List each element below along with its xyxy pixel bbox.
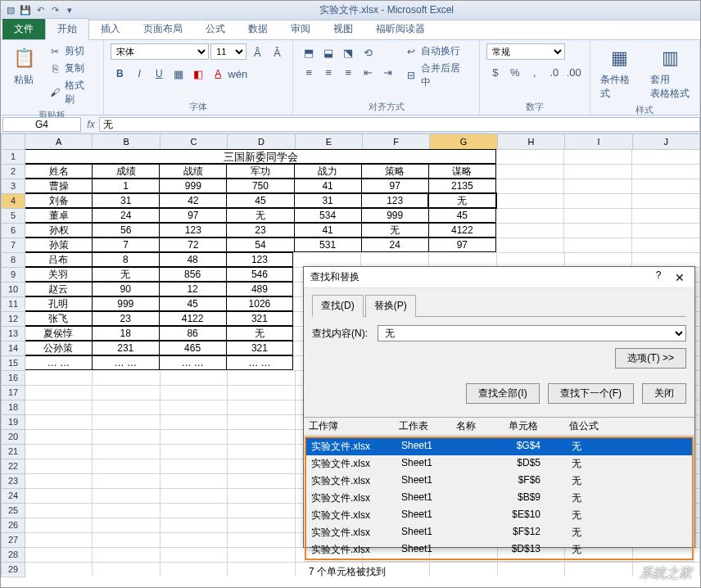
close-button[interactable]: 关闭 xyxy=(642,383,686,404)
find-next-button[interactable]: 查找下一个(F) xyxy=(548,383,634,404)
align-center-icon[interactable]: ≡ xyxy=(319,63,337,81)
cell[interactable]: 90 xyxy=(92,282,160,296)
result-row[interactable]: 实验文件.xlsxSheet1$F$12无 xyxy=(306,524,692,541)
cell[interactable]: 24 xyxy=(361,237,429,252)
cell[interactable]: 45 xyxy=(226,193,294,208)
cell[interactable] xyxy=(228,548,295,563)
cell[interactable]: 战力 xyxy=(294,164,362,179)
result-row[interactable]: 实验文件.xlsxSheet1$F$6无 xyxy=(306,473,692,490)
row-header[interactable]: 23 xyxy=(1,474,25,489)
row-header[interactable]: 5 xyxy=(1,209,25,224)
cell[interactable]: 97 xyxy=(159,208,227,223)
cell[interactable]: 姓名 xyxy=(25,164,93,179)
conditional-format-button[interactable]: ▦条件格式 xyxy=(597,43,642,102)
row-header[interactable]: 24 xyxy=(1,489,25,504)
cell[interactable]: 4122 xyxy=(428,223,496,237)
col-value[interactable]: 值 xyxy=(546,419,579,433)
row-header[interactable]: 4 xyxy=(1,194,25,209)
row-header[interactable]: 6 xyxy=(1,224,25,238)
cell[interactable]: 无 xyxy=(361,223,429,237)
cell[interactable] xyxy=(632,238,700,253)
cell[interactable] xyxy=(25,459,93,474)
format-as-table-button[interactable]: ▥套用 表格格式 xyxy=(647,43,693,102)
cell[interactable]: 1026 xyxy=(226,296,294,311)
cell[interactable]: 97 xyxy=(361,179,429,193)
cell[interactable]: 三国新委同学会 xyxy=(25,149,496,164)
cell[interactable] xyxy=(161,400,228,415)
cell[interactable]: 4122 xyxy=(159,311,227,326)
font-color-button[interactable]: A xyxy=(209,65,227,83)
cell[interactable]: 42 xyxy=(159,193,227,208)
cell[interactable]: 531 xyxy=(294,237,362,252)
row-header[interactable]: 28 xyxy=(1,548,25,563)
tab-data[interactable]: 数据 xyxy=(237,19,279,39)
cell[interactable] xyxy=(161,371,228,386)
cell[interactable] xyxy=(228,533,295,548)
cell[interactable]: 123 xyxy=(159,223,227,237)
find-all-button[interactable]: 查找全部(I) xyxy=(466,383,539,404)
border-button[interactable]: ▦ xyxy=(170,65,188,83)
cell[interactable] xyxy=(228,504,295,518)
cell[interactable]: 24 xyxy=(92,208,160,223)
cell[interactable] xyxy=(93,400,160,415)
row-header[interactable]: 19 xyxy=(1,415,25,430)
phonetic-button[interactable]: wén xyxy=(228,65,246,83)
align-top-icon[interactable]: ⬒ xyxy=(300,43,318,61)
cell[interactable] xyxy=(632,165,700,179)
cell[interactable]: 54 xyxy=(226,237,294,252)
cell[interactable]: 41 xyxy=(294,179,362,193)
cell[interactable] xyxy=(25,548,93,563)
cell[interactable]: 465 xyxy=(159,341,227,355)
merge-center-button[interactable]: ⊟合并后居中 xyxy=(401,61,473,90)
cell[interactable]: 321 xyxy=(226,341,294,355)
col-sheet[interactable]: 工作表 xyxy=(399,419,456,433)
cell[interactable] xyxy=(93,489,160,504)
cell[interactable]: 孙策 xyxy=(25,237,93,252)
cell[interactable] xyxy=(564,224,632,238)
cell[interactable]: 856 xyxy=(159,267,227,282)
cell[interactable] xyxy=(161,430,228,445)
cell[interactable] xyxy=(161,445,228,459)
copy-button[interactable]: ⎘复制 xyxy=(45,61,97,76)
cell[interactable]: 刘备 xyxy=(25,193,93,208)
cell[interactable] xyxy=(93,533,160,548)
indent-increase-icon[interactable]: ⇥ xyxy=(378,63,396,81)
cell[interactable]: 谋略 xyxy=(428,164,496,179)
cell[interactable]: 孔明 xyxy=(25,296,93,311)
cell[interactable] xyxy=(25,533,93,548)
cell[interactable]: 夏侯惇 xyxy=(25,326,93,341)
font-name-select[interactable]: 宋体 xyxy=(111,43,209,60)
row-header[interactable]: 13 xyxy=(1,327,25,341)
cell[interactable]: 534 xyxy=(294,208,362,223)
cell[interactable] xyxy=(564,209,632,224)
col-header-A[interactable]: A xyxy=(25,133,93,150)
formula-bar[interactable]: 无 xyxy=(99,117,700,132)
align-right-icon[interactable]: ≡ xyxy=(339,63,357,81)
cell[interactable] xyxy=(25,518,93,533)
cell[interactable] xyxy=(632,209,700,224)
cell[interactable] xyxy=(93,518,160,533)
cell[interactable]: 23 xyxy=(92,311,160,326)
cell[interactable] xyxy=(564,238,632,253)
find-input[interactable]: 无 xyxy=(378,325,686,341)
help-icon[interactable]: ? xyxy=(650,269,667,286)
redo-icon[interactable]: ↷ xyxy=(48,4,61,17)
cell[interactable]: 750 xyxy=(226,179,294,193)
cell[interactable]: 999 xyxy=(92,296,160,311)
row-header[interactable]: 20 xyxy=(1,430,25,445)
col-workbook[interactable]: 工作簿 xyxy=(309,419,399,433)
cell[interactable]: 曹操 xyxy=(25,179,93,193)
cell[interactable] xyxy=(93,563,160,576)
number-format-select[interactable]: 常规 xyxy=(486,43,565,60)
cell[interactable]: 关羽 xyxy=(25,267,93,282)
options-button[interactable]: 选项(T) >> xyxy=(615,348,686,369)
cell[interactable]: 无 xyxy=(92,267,160,282)
cell[interactable] xyxy=(161,489,228,504)
cell[interactable] xyxy=(93,548,160,563)
cell[interactable]: 12 xyxy=(159,282,227,296)
cell[interactable] xyxy=(228,518,295,533)
cell[interactable]: … … xyxy=(92,355,160,370)
cell[interactable] xyxy=(93,415,160,430)
row-header[interactable]: 18 xyxy=(1,400,25,415)
cell[interactable]: 999 xyxy=(159,179,227,193)
